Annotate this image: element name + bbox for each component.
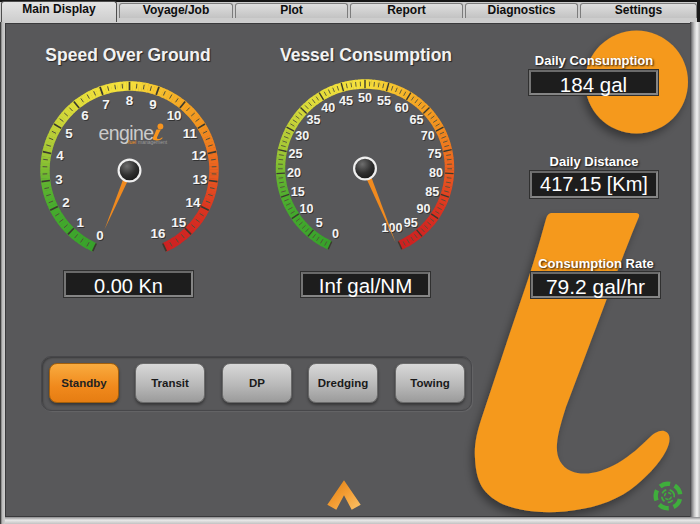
svg-text:10: 10: [167, 108, 182, 123]
svg-text:14: 14: [186, 195, 201, 210]
svg-text:80: 80: [429, 166, 443, 180]
svg-text:25: 25: [289, 147, 303, 161]
svg-text:13: 13: [192, 172, 207, 187]
svg-text:11: 11: [183, 126, 198, 141]
svg-text:70: 70: [421, 129, 435, 143]
svg-text:10: 10: [299, 202, 313, 216]
svg-text:12: 12: [191, 148, 206, 163]
svg-text:75: 75: [427, 147, 441, 161]
svg-text:50: 50: [358, 91, 372, 105]
svg-text:5: 5: [65, 126, 73, 141]
svg-text:0: 0: [332, 227, 339, 241]
svg-text:6: 6: [81, 108, 88, 123]
svg-text:45: 45: [339, 94, 353, 108]
svg-text:95: 95: [404, 216, 418, 230]
svg-text:management: management: [138, 139, 168, 145]
svg-text:fuel: fuel: [128, 139, 136, 145]
svg-text:3: 3: [55, 172, 62, 187]
svg-text:0: 0: [96, 228, 103, 243]
svg-text:35: 35: [306, 113, 320, 127]
svg-text:90: 90: [417, 202, 431, 216]
svg-text:5: 5: [316, 216, 323, 230]
svg-text:20: 20: [287, 166, 301, 180]
svg-text:8: 8: [126, 93, 134, 108]
svg-text:60: 60: [395, 101, 409, 115]
svg-text:16: 16: [150, 226, 165, 241]
svg-text:55: 55: [377, 94, 391, 108]
svg-text:7: 7: [102, 97, 109, 112]
svg-text:9: 9: [149, 97, 156, 112]
svg-text:40: 40: [321, 101, 335, 115]
svg-text:2: 2: [62, 195, 69, 210]
svg-text:30: 30: [295, 129, 309, 143]
svg-text:85: 85: [425, 185, 439, 199]
svg-text:15: 15: [291, 185, 305, 199]
svg-text:4: 4: [56, 148, 64, 163]
svg-text:15: 15: [171, 215, 186, 230]
svg-text:65: 65: [410, 113, 424, 127]
svg-text:1: 1: [76, 215, 84, 230]
